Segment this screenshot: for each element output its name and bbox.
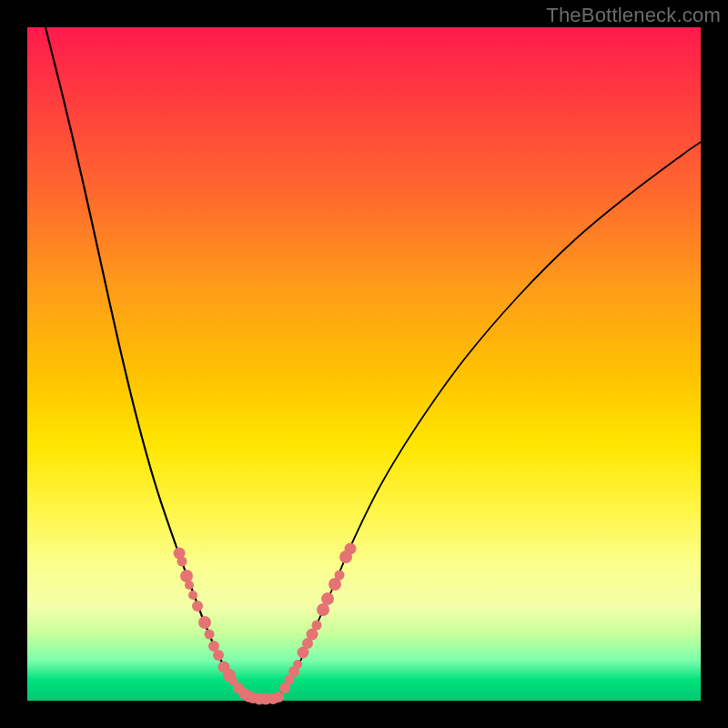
- data-point: [185, 581, 194, 590]
- data-point: [180, 570, 193, 582]
- data-point: [192, 601, 203, 612]
- plot-area: [27, 27, 701, 701]
- data-point: [293, 660, 302, 669]
- data-point: [177, 557, 187, 567]
- watermark-text: TheBottleneck.com: [546, 4, 721, 27]
- data-point: [205, 630, 215, 640]
- curve-svg: [27, 27, 701, 701]
- data-point: [312, 621, 322, 631]
- right-curve: [278, 142, 701, 697]
- data-point: [321, 592, 334, 605]
- data-point: [335, 571, 345, 581]
- pink-dots-group: [174, 543, 357, 705]
- data-point: [213, 650, 224, 661]
- data-point: [273, 692, 284, 703]
- left-curve: [46, 27, 248, 697]
- chart-frame: TheBottleneck.com: [0, 0, 728, 728]
- data-point: [198, 616, 211, 629]
- data-point: [345, 543, 357, 555]
- data-point: [188, 591, 197, 600]
- data-point: [317, 603, 329, 616]
